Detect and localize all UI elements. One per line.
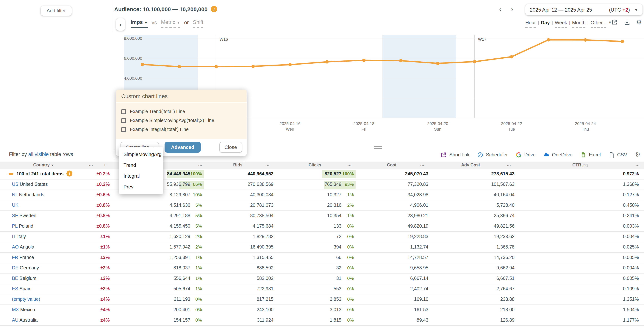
country-cell[interactable]: SE Sweden <box>12 213 36 218</box>
metric-compare-selector[interactable]: Metric ▼ <box>161 19 180 28</box>
download-icon[interactable] <box>624 19 631 26</box>
country-name: Sweden <box>20 213 36 218</box>
column-header-bids[interactable]: Bids <box>233 163 242 167</box>
date-range-picker[interactable]: 2025 Apr 12 — 2025 Apr 25 (UTC +2) ▼ <box>525 4 642 15</box>
imps-pct-cell: 1% <box>195 265 202 270</box>
column-menu-bids-icon[interactable]: ⋯ <box>265 163 270 168</box>
data-point-marker[interactable] <box>325 60 329 64</box>
country-name: Netherlands <box>19 192 44 198</box>
chart-line-checkbox-row[interactable]: Example SimpleMovingAvg('total',3) Line <box>121 118 242 123</box>
ctr-cell: 0.003% <box>623 224 639 229</box>
close-button[interactable]: Close <box>220 142 242 152</box>
clicks-cell: 72 <box>336 234 342 239</box>
column-header-ctr[interactable]: CTR f(x) <box>572 163 588 167</box>
checkbox-icon[interactable] <box>121 118 126 123</box>
add-filter-button[interactable]: Add filter <box>41 6 72 16</box>
imps-cell: 556,644 <box>174 276 190 281</box>
action-csv[interactable]: CSV <box>608 152 627 158</box>
table-settings-gear-icon[interactable]: ⚙ <box>635 151 641 158</box>
table-row: US United States±0.2%55,936,79966%270,63… <box>0 180 644 190</box>
info-icon[interactable]: i <box>66 170 72 176</box>
chart-settings-gear-icon[interactable]: ⚙ <box>636 19 644 26</box>
shift-selector[interactable]: Shift <box>193 19 203 28</box>
column-header-cost[interactable]: Cost <box>387 163 396 167</box>
chart-line-checkbox-row[interactable]: Example Trend('total') Line <box>121 109 242 114</box>
country-cell[interactable]: UK <box>12 202 18 208</box>
chart-line-checkbox-row[interactable]: Example Integral('total') Line <box>121 127 242 132</box>
column-menu-ctr-icon[interactable]: ⋯ <box>636 163 640 168</box>
country-name: Italy <box>17 234 26 239</box>
chart-back-button[interactable]: ‹ <box>116 18 125 30</box>
granularity-tab-other[interactable]: Other... <box>591 20 606 28</box>
column-menu-country-icon[interactable]: ⋯ <box>89 163 94 168</box>
separator: | <box>538 20 539 25</box>
country-cell[interactable]: 100 of 241 total itemsi <box>8 171 72 176</box>
column-menu-adv-cost-icon[interactable]: ⋯ <box>507 163 511 168</box>
data-point-marker[interactable] <box>288 63 292 66</box>
x-axis-date-label: 2025-04-18 <box>353 121 374 126</box>
date-next-button[interactable]: › <box>511 6 513 13</box>
data-point-marker[interactable] <box>214 65 218 68</box>
granularity-tab-month[interactable]: Month <box>572 20 586 28</box>
advanced-button[interactable]: Advanced <box>165 142 200 152</box>
country-cell[interactable]: DE Germany <box>12 265 39 270</box>
checkbox-icon[interactable] <box>121 127 126 132</box>
action-scheduler[interactable]: Scheduler <box>478 152 508 158</box>
left-panel-divider <box>112 0 112 32</box>
column-header-adv-cost[interactable]: Adv Cost <box>461 163 480 167</box>
clicks-pct-cell: 93% <box>345 182 354 187</box>
menu-item-integral[interactable]: Integral <box>119 170 163 181</box>
data-point-marker[interactable] <box>252 65 255 68</box>
action-drive[interactable]: Drive <box>516 152 536 158</box>
data-point-marker[interactable] <box>584 38 587 42</box>
data-point-marker[interactable] <box>621 40 624 43</box>
data-point-marker[interactable] <box>547 38 550 42</box>
metric-selector-imps[interactable]: Imps ▼ <box>130 19 148 28</box>
country-cell[interactable]: BE Belgium <box>12 276 36 281</box>
country-cell[interactable]: AO Angola <box>12 244 34 250</box>
action-excel[interactable]: Excel <box>580 152 601 158</box>
country-cell[interactable]: NL Netherlands <box>12 192 44 198</box>
data-point-marker[interactable] <box>399 59 402 62</box>
column-menu-clicks-icon[interactable]: ⋯ <box>347 163 352 168</box>
menu-item-trend[interactable]: Trend <box>119 160 163 170</box>
date-prev-button[interactable]: ‹ <box>499 6 501 13</box>
column-header-country[interactable]: Country ▼ <box>33 163 54 167</box>
imps-pct-cell: 1% <box>195 255 202 260</box>
action-short-link[interactable]: Short link <box>441 152 470 158</box>
x-axis-date-label: 2025-04-16 <box>280 121 300 126</box>
country-cell[interactable]: ES Spain <box>12 286 31 292</box>
granularity-tab-hour[interactable]: Hour <box>525 20 536 28</box>
column-header-clicks[interactable]: Clicks <box>308 163 321 167</box>
granularity-tab-week[interactable]: Week <box>555 20 567 28</box>
data-point-marker[interactable] <box>362 58 366 62</box>
data-point-marker[interactable] <box>178 65 181 68</box>
data-point-marker[interactable] <box>473 60 476 63</box>
chevron-down-icon: ▼ <box>51 164 54 167</box>
cost-cell: 34,028.98 <box>408 192 428 198</box>
country-cell[interactable]: PL Poland <box>12 224 34 229</box>
data-point-marker[interactable] <box>510 55 513 58</box>
all-visible-link[interactable]: all visible <box>28 152 49 158</box>
add-column-button[interactable]: + <box>103 162 106 168</box>
menu-item-prev[interactable]: Prev <box>119 181 163 192</box>
menu-item-simplemovingarg[interactable]: SimpleMovingArg <box>119 149 163 160</box>
column-menu-imps-icon[interactable]: ⋯ <box>198 163 203 168</box>
action-onedrive[interactable]: OneDrive <box>544 152 572 158</box>
ctr-cell: 0.004% <box>623 234 639 239</box>
open-external-icon[interactable] <box>611 19 619 26</box>
info-icon[interactable]: i <box>211 6 217 12</box>
country-cell[interactable]: (empty value) <box>12 297 40 302</box>
ctr-cell: 0.450% <box>623 202 639 208</box>
country-cell[interactable]: IT Italy <box>12 234 26 239</box>
checkbox-icon[interactable] <box>121 109 126 114</box>
country-cell[interactable]: US United States <box>12 182 48 187</box>
data-point-marker[interactable] <box>141 63 144 66</box>
country-cell[interactable]: MX Mexico <box>12 307 35 312</box>
data-point-marker[interactable] <box>436 62 439 65</box>
bids-cell: 888,592 <box>257 265 274 270</box>
granularity-tab-day[interactable]: Day <box>541 20 550 26</box>
column-menu-cost-icon[interactable]: ⋯ <box>420 163 425 168</box>
country-cell[interactable]: AU Australia <box>12 318 38 323</box>
country-cell[interactable]: FR France <box>12 255 34 260</box>
